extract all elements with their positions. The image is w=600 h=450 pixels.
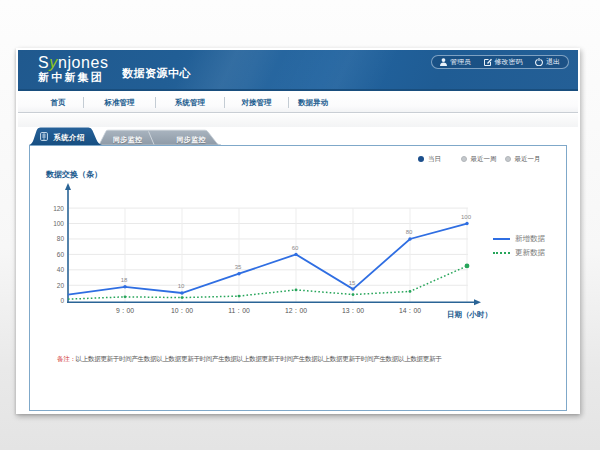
tab-document-icon <box>40 132 48 141</box>
user-icon <box>440 58 447 66</box>
point-label: 15 <box>349 280 356 286</box>
nav-item-3[interactable]: 对接管理 <box>225 98 288 108</box>
user-menu[interactable]: 管理员 <box>440 57 471 67</box>
brand-accent-y: y <box>49 54 58 71</box>
point-label: 60 <box>292 245 299 251</box>
power-icon <box>535 58 543 66</box>
company-name: 新中新集团 <box>38 71 133 84</box>
nav-item-4[interactable]: 数据异动 <box>289 98 337 108</box>
y-tick-label: 100 <box>53 220 64 227</box>
legend-item-0[interactable]: 新增数据 <box>493 234 545 244</box>
subheader-strip <box>18 114 578 127</box>
x-tick-label: 10：00 <box>171 307 193 314</box>
series-1-marker <box>465 264 470 269</box>
page-title: 数据资源中心 <box>122 66 191 81</box>
series-1-marker <box>409 290 412 293</box>
tab-sync-monitor-2[interactable]: 同步监控 <box>177 135 206 145</box>
series-0-marker <box>123 285 126 288</box>
line-chart: 0204060801001209：0010：0011：0012：0013：001… <box>30 146 566 408</box>
nav-item-1[interactable]: 标准管理 <box>84 98 155 108</box>
x-tick-label: 12：00 <box>285 307 307 314</box>
user-toolbar: 管理员 修改密码 退出 <box>431 55 569 69</box>
x-tick-label: 9：00 <box>116 307 134 314</box>
footnote: 备注：以上数据更新于时间产生数据以上数据更新于时间产生数据以上数据更新于时间产生… <box>57 355 577 364</box>
brand-wordmark: Synjones <box>38 55 133 71</box>
edit-icon <box>484 58 492 66</box>
point-label: 10 <box>178 283 185 289</box>
y-axis-arrow-icon <box>65 183 71 190</box>
change-password-label: 修改密码 <box>495 57 523 67</box>
x-tick-label: 13：00 <box>342 307 364 314</box>
series-1-marker <box>181 296 184 299</box>
y-tick-label: 120 <box>53 205 64 212</box>
series-1-marker <box>295 288 298 291</box>
brand-prefix: S <box>38 54 49 71</box>
series-1-marker <box>238 295 241 298</box>
point-label: 100 <box>461 214 472 220</box>
legend-series-name: 更新数据 <box>515 248 545 258</box>
change-password-button[interactable]: 修改密码 <box>484 57 523 67</box>
point-label: 18 <box>121 277 128 283</box>
brand-suffix: njones <box>58 54 109 71</box>
header-bar: Synjones 新中新集团 数据资源中心 管理员 修改密码 退出 <box>18 50 578 91</box>
footnote-prefix: 备注： <box>57 355 76 362</box>
x-tick-label: 11：00 <box>228 307 250 314</box>
series-0-marker <box>408 237 411 240</box>
x-tick-label: 14：00 <box>399 307 421 314</box>
series-0-marker <box>294 253 297 256</box>
series-1-marker <box>124 295 127 298</box>
series-line-1 <box>68 266 467 299</box>
x-axis-title: 日期（小时） <box>447 310 492 320</box>
y-tick-label: 80 <box>57 235 65 242</box>
tab-system-intro[interactable]: 系统介绍 <box>54 133 85 143</box>
nav-item-0[interactable]: 首页 <box>33 98 83 108</box>
user-name: 管理员 <box>450 57 471 67</box>
nav-item-2[interactable]: 系统管理 <box>156 98 224 108</box>
series-0-marker <box>180 291 183 294</box>
legend-series-name: 新增数据 <box>515 234 545 244</box>
y-tick-label: 60 <box>57 251 65 258</box>
legend-item-1[interactable]: 更新数据 <box>493 248 545 258</box>
x-axis-arrow-icon <box>474 299 481 305</box>
y-tick-label: 20 <box>57 282 65 289</box>
legend-line-sample <box>493 238 510 240</box>
tab-sync-monitor-1[interactable]: 同步监控 <box>113 135 142 145</box>
footnote-text: 以上数据更新于时间产生数据以上数据更新于时间产生数据以上数据更新于时间产生数据以… <box>76 355 442 362</box>
logout-button[interactable]: 退出 <box>535 57 560 67</box>
y-tick-label: 0 <box>60 297 64 304</box>
series-0-marker <box>237 272 240 275</box>
point-label: 35 <box>235 264 242 270</box>
company-logo[interactable]: Synjones 新中新集团 <box>38 55 133 89</box>
series-0-marker <box>351 287 354 290</box>
series-0-marker <box>465 222 468 225</box>
logout-label: 退出 <box>546 57 560 67</box>
application-window: Synjones 新中新集团 数据资源中心 管理员 修改密码 退出 首页标准管理… <box>0 0 600 450</box>
y-tick-label: 40 <box>57 266 65 273</box>
series-1-marker <box>352 293 355 296</box>
point-label: 80 <box>406 229 413 235</box>
legend-line-sample <box>493 252 510 254</box>
chart-legend: 新增数据更新数据 <box>493 234 545 262</box>
main-nav: 首页标准管理系统管理对接管理数据异动 <box>18 93 578 113</box>
